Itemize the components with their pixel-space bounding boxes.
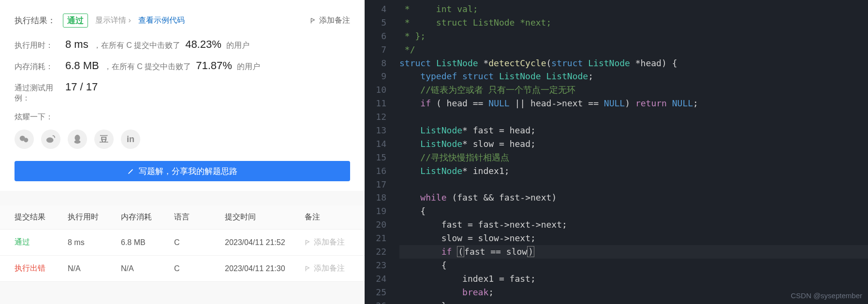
code-line[interactable]: * int val; (399, 2, 868, 16)
cell-add-note[interactable]: 添加备注 (305, 237, 350, 247)
cell-lang: C (174, 264, 225, 273)
code-line[interactable]: while (fast && fast->next) (399, 191, 868, 204)
write-solution-button[interactable]: 写题解，分享我的解题思路 (15, 161, 350, 181)
share-label: 炫耀一下： (15, 112, 350, 122)
code-line[interactable]: //链表为空或者 只有一个节点一定无环 (399, 83, 868, 97)
cases-label: 通过测试用例： (15, 83, 60, 103)
mem-label: 内存消耗： (15, 62, 60, 72)
share-icons: 豆 in (15, 130, 350, 149)
write-solution-label: 写题解，分享我的解题思路 (139, 166, 237, 177)
submissions-table: 提交结果 执行用时 内存消耗 语言 提交时间 备注 通过8 ms6.8 MBC2… (0, 205, 365, 282)
code-line[interactable]: slow = slow->next; (399, 232, 868, 245)
time-metric: 执行用时： 8 ms ，在所有 C 提交中击败了 48.23% 的用户 (15, 38, 350, 51)
cell-time: 8 ms (68, 238, 121, 247)
time-desc-b: 的用户 (226, 41, 250, 51)
code-line[interactable]: fast = fast->next->next; (399, 218, 868, 232)
wechat-icon[interactable] (15, 130, 34, 149)
cell-date: 2023/04/11 21:52 (225, 238, 305, 247)
add-note-button[interactable]: 添加备注 (310, 15, 350, 26)
qq-icon[interactable] (68, 130, 87, 149)
sample-code-link[interactable]: 查看示例代码 (138, 15, 185, 26)
code-line[interactable] (399, 178, 868, 191)
table-row[interactable]: 执行出错N/AN/AC2023/04/11 21:30 添加备注 (0, 256, 365, 282)
svg-point-4 (74, 140, 81, 144)
show-detail-link[interactable]: 显示详情 (95, 15, 131, 26)
mem-percent: 71.87% (196, 59, 232, 72)
cell-result[interactable]: 通过 (15, 237, 68, 247)
watermark: CSDN @syseptember (791, 290, 862, 301)
flag-icon (305, 265, 311, 272)
code-line[interactable]: */ (399, 43, 868, 57)
pencil-icon (127, 167, 135, 175)
line-number: 23 (365, 259, 386, 272)
code-line[interactable]: typedef struct ListNode ListNode; (399, 70, 868, 83)
line-number: 14 (365, 137, 386, 151)
cell-mem: 6.8 MB (121, 238, 174, 247)
code-line[interactable] (399, 110, 868, 124)
result-label: 执行结果： (15, 15, 56, 26)
svg-point-3 (75, 135, 80, 141)
code-line[interactable]: //寻找快慢指针相遇点 (399, 151, 868, 164)
cell-lang: C (174, 238, 225, 247)
result-header: 执行结果： 通过 显示详情 查看示例代码 添加备注 (15, 14, 350, 28)
line-number: 5 (365, 16, 386, 29)
cell-result[interactable]: 执行出错 (15, 263, 68, 274)
code-editor[interactable]: 4567891011121314151617181920212223242526… (365, 0, 868, 304)
th-note: 备注 (305, 212, 350, 222)
line-number: 19 (365, 204, 386, 218)
line-number: 21 (365, 232, 386, 245)
code-line[interactable]: if ( head == NULL || head->next == NULL)… (399, 97, 868, 110)
line-number: 22 (365, 245, 386, 259)
line-number: 6 (365, 29, 386, 43)
cell-time: N/A (68, 264, 121, 273)
th-date: 提交时间 (225, 212, 305, 222)
code-line[interactable]: ListNode* slow = head; (399, 137, 868, 151)
cases-value: 17 / 17 (65, 81, 98, 93)
cell-mem: N/A (121, 264, 174, 273)
douban-icon[interactable]: 豆 (94, 130, 114, 149)
line-number: 25 (365, 286, 386, 299)
code-line[interactable]: if (fast == slow) (399, 245, 868, 259)
line-number: 15 (365, 151, 386, 164)
line-number: 9 (365, 70, 386, 83)
line-number: 7 (365, 43, 386, 57)
code-line[interactable]: { (399, 259, 868, 272)
results-panel: 执行结果： 通过 显示详情 查看示例代码 添加备注 执行用时： 8 ms ，在所… (0, 0, 365, 304)
code-line[interactable]: ListNode* index1; (399, 164, 868, 178)
svg-point-1 (24, 138, 28, 142)
mem-metric: 内存消耗： 6.8 MB ，在所有 C 提交中击败了 71.87% 的用户 (15, 59, 350, 72)
time-value: 8 ms (65, 38, 88, 51)
flag-icon (310, 17, 317, 24)
table-header: 提交结果 执行用时 内存消耗 语言 提交时间 备注 (0, 205, 365, 230)
linkedin-icon[interactable]: in (121, 130, 140, 149)
line-number: 20 (365, 218, 386, 232)
flag-icon (305, 239, 311, 246)
weibo-icon[interactable] (41, 130, 60, 149)
line-number: 4 (365, 2, 386, 16)
code-content[interactable]: * int val; * struct ListNode *next; * };… (394, 0, 868, 304)
svg-point-2 (46, 137, 54, 143)
mem-desc-a: ，在所有 C 提交中击败了 (104, 62, 191, 72)
code-line[interactable]: * }; (399, 29, 868, 43)
code-line[interactable]: struct ListNode *detectCycle(struct List… (399, 57, 868, 70)
code-line[interactable]: * struct ListNode *next; (399, 16, 868, 29)
status-badge: 通过 (63, 14, 88, 28)
table-row[interactable]: 通过8 ms6.8 MBC2023/04/11 21:52 添加备注 (0, 230, 365, 256)
mem-desc-b: 的用户 (237, 62, 260, 72)
line-gutter: 4567891011121314151617181920212223242526… (365, 0, 394, 304)
line-number: 12 (365, 110, 386, 124)
code-line[interactable]: ListNode* fast = head; (399, 124, 868, 137)
line-number: 13 (365, 124, 386, 137)
cell-add-note[interactable]: 添加备注 (305, 263, 350, 274)
line-number: 11 (365, 97, 386, 110)
mem-value: 6.8 MB (65, 59, 99, 72)
code-line[interactable]: { (399, 204, 868, 218)
code-line[interactable]: index1 = fast; (399, 272, 868, 286)
line-number: 26 (365, 299, 386, 304)
line-number: 24 (365, 272, 386, 286)
time-percent: 48.23% (185, 38, 221, 51)
cases-metric: 通过测试用例： 17 / 17 (15, 81, 350, 103)
th-result: 提交结果 (15, 212, 68, 222)
cell-date: 2023/04/11 21:30 (225, 264, 305, 273)
th-mem: 内存消耗 (121, 212, 174, 222)
